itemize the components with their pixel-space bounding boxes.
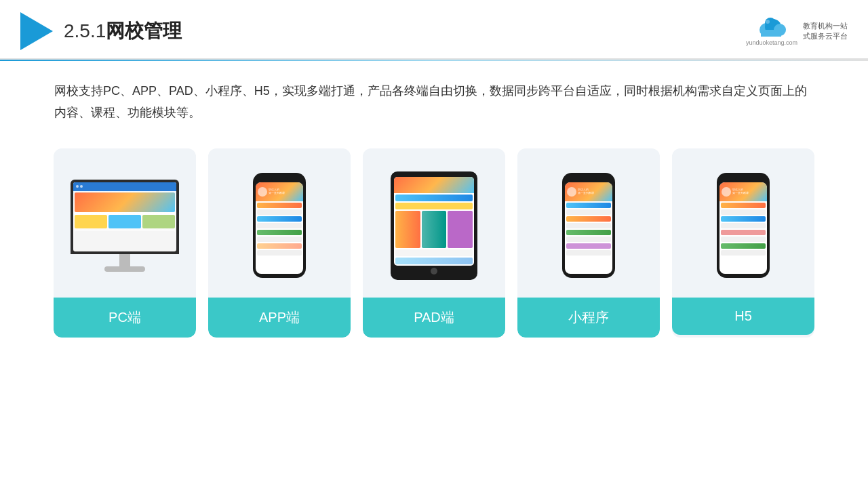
card-pad-image [363, 148, 505, 298]
cloud-logo-icon: yunduoketang.com [746, 16, 797, 46]
card-pc-image [54, 148, 196, 298]
card-app-label: APP端 [208, 298, 351, 338]
description-text: 网校支持PC、APP、PAD、小程序、H5，实现多端打通，产品各终端自由切换，数… [0, 61, 868, 135]
phone-app-icon: 职达人的第一堂判断课 [253, 173, 306, 278]
svg-rect-3 [761, 30, 781, 37]
card-mini-image: 职达人的第一堂判断课 [517, 148, 660, 298]
card-h5-image: 职达人的第一堂判断课 [672, 148, 814, 298]
card-app: 职达人的第一堂判断课 [208, 148, 351, 338]
card-mini-label: 小程序 [517, 298, 660, 338]
card-pad: PAD端 [363, 148, 505, 338]
card-h5: 职达人的第一堂判断课 [672, 148, 814, 338]
header-left: 2.5.1网校管理 [20, 12, 182, 50]
card-pad-label: PAD端 [363, 298, 505, 338]
pc-monitor-icon [71, 180, 179, 272]
brand-logo: yunduoketang.com 教育机构一站 式服务云平台 [746, 16, 848, 46]
logo-url: yunduoketang.com [746, 39, 797, 46]
phone-h5-icon: 职达人的第一堂判断课 [717, 173, 770, 278]
phone-mini-icon: 职达人的第一堂判断课 [562, 173, 615, 278]
card-pc: PC端 [54, 148, 196, 338]
card-app-image: 职达人的第一堂判断课 [208, 148, 351, 298]
card-mini: 职达人的第一堂判断课 [517, 148, 660, 338]
brand-triangle-icon [20, 12, 53, 50]
card-h5-label: H5 [672, 298, 814, 335]
svg-point-5 [766, 20, 770, 24]
platform-cards: PC端 职达人的第一堂判断课 [0, 135, 868, 351]
page-title: 2.5.1网校管理 [64, 18, 182, 44]
page-header: 2.5.1网校管理 yunduoketang.com 教育机构一站 式服务云平台 [0, 0, 868, 60]
card-pc-label: PC端 [54, 298, 196, 338]
pad-icon [391, 171, 477, 280]
logo-tagline: 教育机构一站 式服务云平台 [803, 21, 848, 42]
